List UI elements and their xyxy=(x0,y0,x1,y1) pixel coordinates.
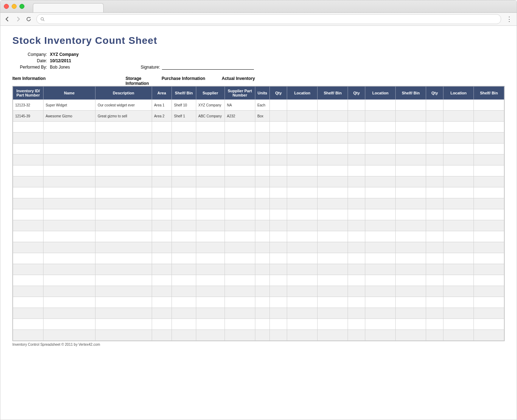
cell[interactable] xyxy=(426,319,443,330)
cell[interactable] xyxy=(474,231,504,242)
cell[interactable] xyxy=(287,198,318,209)
cell[interactable] xyxy=(318,253,348,264)
cell[interactable] xyxy=(13,187,43,198)
cell[interactable] xyxy=(318,264,348,275)
cell[interactable] xyxy=(318,100,348,111)
cell[interactable] xyxy=(396,176,426,187)
cell[interactable] xyxy=(426,100,443,111)
cell[interactable] xyxy=(443,275,474,286)
cell[interactable] xyxy=(43,275,95,286)
cell[interactable] xyxy=(270,275,287,286)
cell[interactable] xyxy=(13,319,43,330)
cell[interactable] xyxy=(152,187,172,198)
cell[interactable] xyxy=(95,198,152,209)
cell[interactable] xyxy=(152,220,172,231)
cell[interactable] xyxy=(318,308,348,319)
cell[interactable] xyxy=(426,308,443,319)
cell[interactable] xyxy=(225,209,255,220)
cell[interactable] xyxy=(396,286,426,297)
cell[interactable] xyxy=(43,176,95,187)
cell[interactable] xyxy=(255,133,270,144)
cell[interactable] xyxy=(474,100,504,111)
cell[interactable] xyxy=(287,187,318,198)
cell[interactable] xyxy=(396,330,426,341)
cell[interactable] xyxy=(270,220,287,231)
cell[interactable] xyxy=(443,133,474,144)
cell[interactable] xyxy=(255,220,270,231)
cell[interactable] xyxy=(474,220,504,231)
cell[interactable] xyxy=(365,275,396,286)
cell[interactable] xyxy=(396,297,426,308)
cell[interactable] xyxy=(43,165,95,176)
cell[interactable]: Our coolest widget ever xyxy=(95,100,152,111)
cell[interactable] xyxy=(13,165,43,176)
cell[interactable] xyxy=(95,242,152,253)
cell[interactable] xyxy=(318,133,348,144)
menu-icon[interactable]: ⋮ xyxy=(506,18,512,20)
cell[interactable] xyxy=(95,275,152,286)
cell[interactable] xyxy=(426,144,443,154)
cell[interactable] xyxy=(443,319,474,330)
cell[interactable] xyxy=(196,308,225,319)
cell[interactable] xyxy=(348,100,365,111)
cell[interactable]: Shelf 1 xyxy=(172,111,196,122)
cell[interactable] xyxy=(365,297,396,308)
cell[interactable] xyxy=(95,319,152,330)
cell[interactable] xyxy=(474,297,504,308)
cell[interactable] xyxy=(172,198,196,209)
cell[interactable] xyxy=(255,187,270,198)
cell[interactable] xyxy=(318,187,348,198)
cell[interactable] xyxy=(348,165,365,176)
cell[interactable] xyxy=(365,319,396,330)
cell[interactable] xyxy=(318,220,348,231)
cell[interactable] xyxy=(270,144,287,154)
cell[interactable] xyxy=(348,144,365,154)
cell[interactable]: 12123-32 xyxy=(13,100,43,111)
cell[interactable] xyxy=(196,330,225,341)
cell[interactable] xyxy=(287,220,318,231)
cell[interactable] xyxy=(287,165,318,176)
cell[interactable] xyxy=(255,330,270,341)
cell[interactable] xyxy=(396,220,426,231)
cell[interactable] xyxy=(365,122,396,133)
cell[interactable] xyxy=(365,253,396,264)
cell[interactable] xyxy=(443,154,474,165)
cell[interactable] xyxy=(225,253,255,264)
cell[interactable] xyxy=(443,176,474,187)
cell[interactable] xyxy=(474,122,504,133)
cell[interactable] xyxy=(443,220,474,231)
cell[interactable] xyxy=(443,264,474,275)
cell[interactable] xyxy=(225,330,255,341)
cell[interactable]: Super Widget xyxy=(43,100,95,111)
cell[interactable] xyxy=(43,187,95,198)
cell[interactable] xyxy=(287,253,318,264)
cell[interactable]: Each xyxy=(255,100,270,111)
cell[interactable]: Area 2 xyxy=(152,111,172,122)
cell[interactable] xyxy=(443,198,474,209)
cell[interactable] xyxy=(13,330,43,341)
cell[interactable] xyxy=(365,111,396,122)
cell[interactable] xyxy=(270,165,287,176)
cell[interactable] xyxy=(348,319,365,330)
cell[interactable] xyxy=(255,122,270,133)
cell[interactable] xyxy=(172,275,196,286)
cell[interactable] xyxy=(95,297,152,308)
cell[interactable] xyxy=(426,242,443,253)
cell[interactable] xyxy=(13,122,43,133)
cell[interactable] xyxy=(13,144,43,154)
cell[interactable] xyxy=(13,176,43,187)
cell[interactable] xyxy=(426,275,443,286)
cell[interactable] xyxy=(152,231,172,242)
cell[interactable] xyxy=(318,198,348,209)
cell[interactable] xyxy=(95,122,152,133)
cell[interactable] xyxy=(287,297,318,308)
cell[interactable]: Shelf 10 xyxy=(172,100,196,111)
cell[interactable] xyxy=(43,319,95,330)
cell[interactable] xyxy=(474,319,504,330)
cell[interactable] xyxy=(152,122,172,133)
cell[interactable] xyxy=(172,165,196,176)
cell[interactable]: Awesome Gizmo xyxy=(43,111,95,122)
cell[interactable] xyxy=(43,330,95,341)
cell[interactable] xyxy=(255,253,270,264)
cell[interactable] xyxy=(172,308,196,319)
